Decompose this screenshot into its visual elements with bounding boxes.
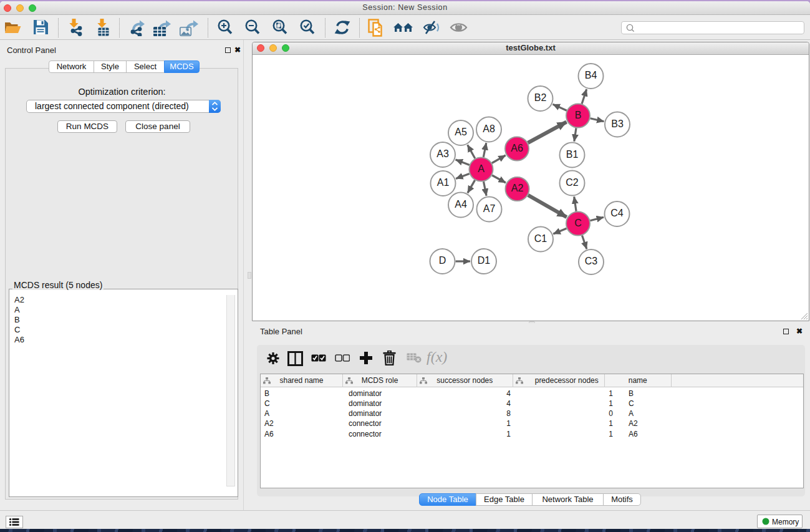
svg-text:C: C [574,218,582,228]
svg-text:A: A [478,163,485,174]
svg-text:B3: B3 [611,118,624,129]
svg-text:D: D [439,255,446,266]
svg-text:D1: D1 [478,255,491,266]
svg-text:B: B [575,110,582,120]
svg-text:A2: A2 [511,183,524,193]
svg-text:B1: B1 [566,149,579,160]
svg-text:A6: A6 [511,143,523,153]
svg-text:A7: A7 [483,203,496,214]
svg-text:A3: A3 [436,148,449,159]
svg-text:A5: A5 [455,127,467,137]
svg-text:B2: B2 [534,92,547,103]
svg-text:C2: C2 [566,177,579,188]
svg-text:C3: C3 [585,256,598,266]
svg-text:C1: C1 [534,233,547,244]
svg-text:A1: A1 [437,177,450,188]
svg-text:A4: A4 [455,199,467,210]
svg-text:B4: B4 [585,70,597,80]
svg-text:C4: C4 [610,208,624,218]
svg-text:A8: A8 [483,123,495,134]
